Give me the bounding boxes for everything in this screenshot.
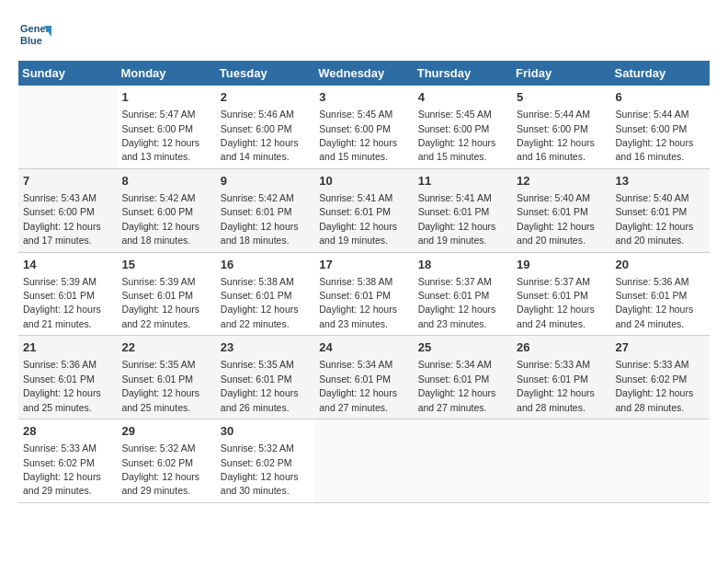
calendar-day-cell: 21Sunrise: 5:36 AM Sunset: 6:01 PM Dayli… [18, 336, 117, 419]
day-number: 30 [221, 423, 310, 440]
day-info: Sunrise: 5:36 AM Sunset: 6:01 PM Dayligh… [616, 276, 694, 329]
day-number: 3 [319, 89, 408, 106]
day-number: 15 [121, 257, 210, 273]
calendar-day-cell: 19Sunrise: 5:37 AM Sunset: 6:01 PM Dayli… [512, 252, 610, 336]
day-info: Sunrise: 5:34 AM Sunset: 6:01 PM Dayligh… [319, 359, 397, 412]
calendar-empty-cell [314, 419, 413, 503]
day-info: Sunrise: 5:37 AM Sunset: 6:01 PM Dayligh… [418, 276, 496, 329]
day-number: 4 [418, 89, 507, 106]
day-number: 29 [121, 423, 210, 440]
calendar-day-cell: 29Sunrise: 5:32 AM Sunset: 6:02 PM Dayli… [117, 419, 215, 503]
calendar-day-cell: 27Sunrise: 5:33 AM Sunset: 6:02 PM Dayli… [611, 336, 710, 419]
day-number: 5 [517, 89, 606, 106]
day-info: Sunrise: 5:43 AM Sunset: 6:00 PM Dayligh… [23, 192, 101, 246]
calendar-week-row: 28Sunrise: 5:33 AM Sunset: 6:02 PM Dayli… [18, 419, 710, 503]
day-number: 26 [517, 339, 606, 356]
calendar-empty-cell [512, 419, 610, 503]
day-info: Sunrise: 5:37 AM Sunset: 6:01 PM Dayligh… [517, 276, 595, 329]
calendar-day-cell: 9Sunrise: 5:42 AM Sunset: 6:01 PM Daylig… [216, 168, 314, 252]
header-saturday: Saturday [611, 61, 710, 86]
calendar-empty-cell [18, 86, 117, 168]
day-info: Sunrise: 5:47 AM Sunset: 6:00 PM Dayligh… [121, 109, 199, 162]
day-number: 16 [221, 257, 310, 273]
day-number: 19 [517, 257, 606, 273]
day-info: Sunrise: 5:34 AM Sunset: 6:01 PM Dayligh… [418, 359, 496, 412]
calendar-day-cell: 17Sunrise: 5:38 AM Sunset: 6:01 PM Dayli… [314, 252, 413, 336]
calendar-table: SundayMondayTuesdayWednesdayThursdayFrid… [18, 61, 710, 503]
day-number: 12 [517, 173, 606, 190]
calendar-week-row: 7Sunrise: 5:43 AM Sunset: 6:00 PM Daylig… [18, 168, 710, 252]
day-number: 24 [319, 339, 408, 356]
day-number: 18 [418, 257, 507, 273]
day-info: Sunrise: 5:32 AM Sunset: 6:02 PM Dayligh… [221, 442, 299, 496]
calendar-day-cell: 8Sunrise: 5:42 AM Sunset: 6:00 PM Daylig… [117, 168, 215, 252]
calendar-week-row: 21Sunrise: 5:36 AM Sunset: 6:01 PM Dayli… [18, 336, 710, 419]
calendar-day-cell: 25Sunrise: 5:34 AM Sunset: 6:01 PM Dayli… [414, 336, 512, 419]
day-info: Sunrise: 5:33 AM Sunset: 6:02 PM Dayligh… [616, 359, 694, 412]
day-info: Sunrise: 5:33 AM Sunset: 6:01 PM Dayligh… [517, 359, 595, 412]
calendar-day-cell: 30Sunrise: 5:32 AM Sunset: 6:02 PM Dayli… [216, 419, 314, 503]
calendar-day-cell: 10Sunrise: 5:41 AM Sunset: 6:01 PM Dayli… [314, 168, 413, 252]
day-info: Sunrise: 5:33 AM Sunset: 6:02 PM Dayligh… [23, 442, 101, 496]
logo-icon: General Blue [18, 18, 51, 52]
day-info: Sunrise: 5:35 AM Sunset: 6:01 PM Dayligh… [221, 359, 299, 412]
day-info: Sunrise: 5:44 AM Sunset: 6:00 PM Dayligh… [616, 109, 694, 162]
day-number: 17 [319, 257, 408, 273]
calendar-empty-cell [611, 419, 710, 503]
day-info: Sunrise: 5:40 AM Sunset: 6:01 PM Dayligh… [616, 192, 694, 246]
calendar-day-cell: 2Sunrise: 5:46 AM Sunset: 6:00 PM Daylig… [216, 86, 314, 168]
day-info: Sunrise: 5:38 AM Sunset: 6:01 PM Dayligh… [319, 276, 397, 329]
calendar-day-cell: 1Sunrise: 5:47 AM Sunset: 6:00 PM Daylig… [117, 86, 215, 168]
day-number: 14 [23, 257, 112, 273]
day-info: Sunrise: 5:41 AM Sunset: 6:01 PM Dayligh… [418, 192, 496, 246]
calendar-day-cell: 23Sunrise: 5:35 AM Sunset: 6:01 PM Dayli… [216, 336, 314, 419]
calendar-day-cell: 22Sunrise: 5:35 AM Sunset: 6:01 PM Dayli… [117, 336, 215, 419]
calendar-week-row: 1Sunrise: 5:47 AM Sunset: 6:00 PM Daylig… [18, 86, 710, 168]
day-number: 6 [616, 89, 705, 106]
day-info: Sunrise: 5:42 AM Sunset: 6:00 PM Dayligh… [121, 192, 199, 246]
calendar-day-cell: 20Sunrise: 5:36 AM Sunset: 6:01 PM Dayli… [611, 252, 710, 336]
day-info: Sunrise: 5:36 AM Sunset: 6:01 PM Dayligh… [23, 359, 101, 412]
calendar-day-cell: 5Sunrise: 5:44 AM Sunset: 6:00 PM Daylig… [512, 86, 610, 168]
day-info: Sunrise: 5:39 AM Sunset: 6:01 PM Dayligh… [121, 276, 199, 329]
day-number: 23 [221, 339, 310, 356]
calendar-header-row: SundayMondayTuesdayWednesdayThursdayFrid… [18, 61, 710, 86]
header-friday: Friday [512, 61, 610, 86]
calendar-day-cell: 7Sunrise: 5:43 AM Sunset: 6:00 PM Daylig… [18, 168, 117, 252]
day-number: 20 [616, 257, 705, 273]
day-number: 25 [418, 339, 507, 356]
header-thursday: Thursday [414, 61, 512, 86]
day-info: Sunrise: 5:39 AM Sunset: 6:01 PM Dayligh… [23, 276, 101, 329]
day-info: Sunrise: 5:45 AM Sunset: 6:00 PM Dayligh… [319, 109, 397, 162]
day-number: 9 [221, 173, 310, 190]
header-tuesday: Tuesday [216, 61, 314, 86]
logo: General Blue [18, 18, 55, 52]
calendar-day-cell: 24Sunrise: 5:34 AM Sunset: 6:01 PM Dayli… [314, 336, 413, 419]
header-wednesday: Wednesday [314, 61, 413, 86]
day-info: Sunrise: 5:42 AM Sunset: 6:01 PM Dayligh… [221, 192, 299, 246]
calendar-day-cell: 28Sunrise: 5:33 AM Sunset: 6:02 PM Dayli… [18, 419, 117, 503]
day-info: Sunrise: 5:44 AM Sunset: 6:00 PM Dayligh… [517, 109, 595, 162]
day-number: 7 [23, 173, 112, 190]
header-sunday: Sunday [18, 61, 117, 86]
day-number: 1 [121, 89, 210, 106]
day-info: Sunrise: 5:45 AM Sunset: 6:00 PM Dayligh… [418, 109, 496, 162]
svg-text:Blue: Blue [20, 35, 42, 46]
calendar-day-cell: 13Sunrise: 5:40 AM Sunset: 6:01 PM Dayli… [611, 168, 710, 252]
day-info: Sunrise: 5:46 AM Sunset: 6:00 PM Dayligh… [221, 109, 299, 162]
day-info: Sunrise: 5:40 AM Sunset: 6:01 PM Dayligh… [517, 192, 595, 246]
day-info: Sunrise: 5:38 AM Sunset: 6:01 PM Dayligh… [221, 276, 299, 329]
day-number: 13 [616, 173, 705, 190]
page-header: General Blue [18, 18, 710, 52]
day-number: 22 [121, 339, 210, 356]
calendar-week-row: 14Sunrise: 5:39 AM Sunset: 6:01 PM Dayli… [18, 252, 710, 336]
calendar-day-cell: 26Sunrise: 5:33 AM Sunset: 6:01 PM Dayli… [512, 336, 610, 419]
day-number: 27 [616, 339, 705, 356]
day-number: 28 [23, 423, 112, 440]
day-number: 21 [23, 339, 112, 356]
day-number: 2 [221, 89, 310, 106]
calendar-day-cell: 14Sunrise: 5:39 AM Sunset: 6:01 PM Dayli… [18, 252, 117, 336]
calendar-day-cell: 15Sunrise: 5:39 AM Sunset: 6:01 PM Dayli… [117, 252, 215, 336]
day-info: Sunrise: 5:32 AM Sunset: 6:02 PM Dayligh… [121, 442, 199, 496]
day-number: 11 [418, 173, 507, 190]
